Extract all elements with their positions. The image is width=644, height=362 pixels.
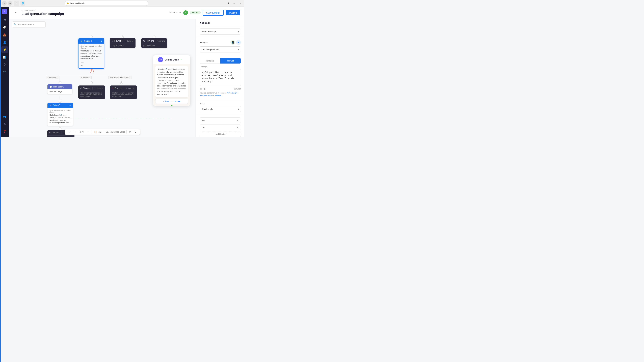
search-bar: 🔍 — [12, 21, 46, 27]
add-button-btn[interactable]: + Add button — [200, 132, 241, 137]
search-input[interactable] — [12, 21, 46, 27]
reply-no-label: No — [202, 126, 204, 129]
sidebar-item-reports[interactable]: 📊 — [1, 54, 8, 60]
divider1 — [124, 39, 124, 42]
variable-icon[interactable]: {x} — [204, 87, 206, 90]
action-type-section: Send message — [196, 26, 244, 37]
flow-end-node-mid[interactable]: ⬡ Flow end ↩ Jump to The flow can jump t… — [78, 85, 105, 99]
sidebar-item-help[interactable]: ❓ — [1, 128, 8, 135]
branch-label-2: If answered — [80, 76, 92, 79]
action8-node[interactable]: ⚡ Action 8 ⚙ Send Message via Incoming c… — [78, 38, 104, 69]
jump-icon1: ↩ — [125, 40, 126, 42]
back-button[interactable]: ← — [14, 10, 19, 15]
action8-header: ⚡ Action 8 ⚙ — [78, 38, 104, 43]
sidebar-item-integrations[interactable]: ⬡ — [1, 61, 8, 68]
jump-node-2[interactable]: ⬡ Flow end ↩ Jump to jump to Action 8 — [141, 38, 167, 48]
add-node-branch3[interactable]: + — [120, 81, 123, 84]
incoming-channel-select[interactable]: Incoming channel — [200, 46, 241, 52]
action8-settings-icon[interactable]: ⚙ — [100, 40, 102, 42]
nav-forward-btn[interactable]: → — [8, 1, 12, 6]
jump-node-1[interactable]: ⬡ Flow end ↩ Jump to jump to Action 8 — [110, 38, 136, 48]
reply-no-delete-btn[interactable]: ✕ — [237, 126, 239, 129]
sidebar-item-automation[interactable]: ⚡ — [1, 46, 8, 53]
emoji-icon[interactable]: ☺ — [200, 87, 202, 90]
sidebar-item-contacts[interactable]: 👤 — [1, 39, 8, 45]
action9-node[interactable]: ⚡ Action 9 👁 Send Message via Incoming c… — [47, 103, 73, 126]
sidebar-item-settings[interactable]: ⚙ — [1, 121, 8, 127]
time-delay-title: Time delay 1 — [53, 86, 64, 88]
zoom-level: 64% — [79, 131, 85, 133]
divider-bottom — [62, 131, 62, 134]
new-tab-btn[interactable]: ＋ — [232, 1, 236, 6]
redo-btn[interactable]: ↻ — [133, 130, 137, 134]
undo-btn[interactable]: ↺ — [128, 130, 132, 134]
quick-reply-select-wrapper: Quick reply — [200, 106, 241, 112]
add-after-action9[interactable]: + — [59, 127, 62, 130]
message-preview: ‹ GM Genius Music ✓ Hi Janice 🎵 Meet Sar… — [153, 55, 190, 106]
sidebar-item-messages[interactable]: 💬 — [1, 24, 8, 31]
jump-right-icon: ↩ — [126, 87, 128, 89]
flow-end-right-body: The flow can jump to another node if ava… — [110, 91, 137, 99]
time-delay-node[interactable]: 🕐 Time delay 1 Wait for 7 days — [47, 84, 72, 94]
flow-end-label2: Flow end — [146, 40, 154, 42]
action8-title: Action 8 — [84, 40, 92, 42]
reply-items-section: Yes ✕ No ✕ + Add button — [196, 115, 244, 137]
jump-mid-btn[interactable]: ↩ Jump to — [94, 87, 103, 89]
flow-canvas[interactable]: 🔍 — [10, 19, 196, 137]
action9-eye-icon[interactable]: 👁 — [69, 104, 71, 106]
fit-canvas-btn[interactable]: ⤢ — [68, 130, 72, 134]
publish-button[interactable]: Publish — [226, 10, 240, 15]
action-type-select-wrapper: Send message — [200, 28, 241, 34]
preview-back-icon[interactable]: ‹ — [156, 58, 156, 61]
flow-end-icon1: ⬡ — [112, 40, 113, 42]
action9-text: Hello {name}🎵 Meet Sarah, a piano enthus… — [50, 114, 71, 124]
url-text: beta.sleekflow.io — [70, 2, 85, 4]
log-btn[interactable]: 📋 Log — [93, 130, 103, 134]
log-icon: 📋 — [94, 131, 97, 133]
time-delay-body: Wait for 7 days — [48, 89, 72, 94]
preview-cta[interactable]: ↗ Book a trial lesson — [155, 98, 188, 104]
add-node-btn-top1[interactable]: + — [90, 35, 92, 38]
sidebar-item-home[interactable]: ⊞ — [1, 17, 8, 23]
template-tab[interactable]: Template — [200, 58, 220, 63]
quick-reply-select[interactable]: Quick reply — [200, 106, 241, 112]
jump-right-btn[interactable]: ↩ Jump to — [126, 87, 135, 89]
reply-yes-delete-btn[interactable]: ✕ — [237, 119, 239, 122]
action-type-select[interactable]: Send message — [200, 28, 241, 34]
delete-connection-btn[interactable]: 🗑 — [90, 69, 94, 73]
flow-end-node-right[interactable]: ⚠ Flow end ↩ Jump to The flow can jump t… — [110, 85, 137, 99]
sidebar-item-commerce[interactable]: 🛒 — [1, 68, 8, 75]
flow-end-icon2: ⬡ — [143, 40, 145, 42]
add-node-branch2[interactable]: + — [90, 81, 92, 84]
action8-answer-yes: Yes — [80, 61, 102, 64]
add-node-branch1[interactable]: + — [59, 81, 62, 84]
sidebar-item-team[interactable]: 👥 — [1, 113, 8, 120]
top-bar: ← FLOW BUILDER Lead generation campaign … — [10, 7, 244, 19]
add-node-btn-top3[interactable]: + — [153, 35, 156, 38]
info-link[interactable]: within the 24-hour conversation window. — [200, 92, 238, 97]
whatsapp-icon[interactable]: 📱 — [230, 40, 235, 45]
sidebar-item-inbox[interactable]: 📥 — [1, 31, 8, 38]
message-textarea[interactable]: Would you like to receive updates, newsl… — [200, 69, 241, 86]
flow-end-label1: Flow end — [114, 40, 122, 42]
action8-subtitle: Send Message via Incoming channel — [80, 45, 102, 49]
extensions-btn[interactable]: ⋯ — [238, 1, 242, 6]
toolbar-divider2 — [91, 130, 92, 134]
add-node-btn-top2[interactable]: + — [121, 35, 124, 38]
right-panel: Action 8 Send message Send via — [196, 19, 244, 137]
info-text: You can send manual messages within the … — [200, 91, 241, 97]
time-delay-days: 7 days — [56, 91, 62, 93]
zoom-out-btn[interactable]: − — [74, 130, 78, 134]
jump-target2: jump to Action 8 — [141, 43, 167, 48]
url-bar[interactable]: 🔒 beta.sleekflow.io — [64, 1, 148, 6]
manual-tab[interactable]: Manual — [220, 58, 241, 63]
email-icon[interactable]: ✉ — [236, 40, 241, 45]
nav-back-btn[interactable]: ← — [2, 1, 7, 6]
app-container: S ⊞ 💬 📥 👤 ⚡ 📊 ⬡ 🛒 👥 ⚙ ❓ ← FLOW BUILDER L… — [0, 7, 244, 137]
share-btn[interactable]: ⬆ — [226, 1, 231, 6]
save-draft-button[interactable]: Save as draft — [202, 10, 224, 16]
zoom-in-btn[interactable]: + — [86, 130, 90, 134]
jump-mid-icon: ↩ — [94, 87, 96, 89]
add-after-timedelay[interactable]: + — [59, 100, 62, 103]
message-section: Template Manual Message Would you like t… — [196, 55, 244, 100]
